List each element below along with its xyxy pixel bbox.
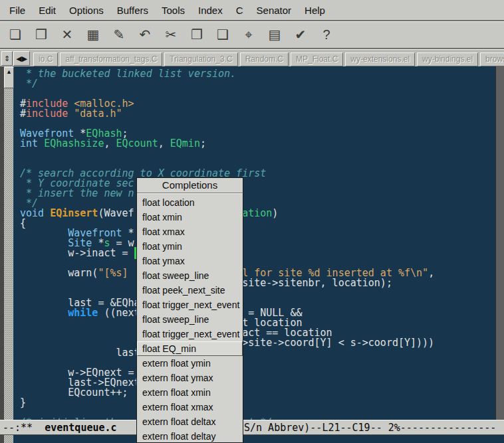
scrollbar-track-bottom — [4, 435, 13, 443]
vertical-scrollbar[interactable]: ▲ — [4, 66, 13, 420]
completion-item[interactable]: float EQ_min — [137, 341, 243, 356]
code-buffer[interactable]: * the bucketed linked list version. */ #… — [13, 69, 496, 420]
buffer-tab-bar: ⇕ ◀▶ io.Caff_transformation_tags.CTriang… — [0, 49, 504, 66]
menu-buffers[interactable]: Buffers — [110, 5, 155, 16]
completion-item[interactable]: float sweep_line — [137, 268, 243, 283]
menu-c[interactable]: C — [229, 5, 250, 16]
code-segment: include — [26, 108, 68, 120]
spell-check-icon[interactable]: ✔ — [292, 26, 309, 43]
open-folder-icon[interactable]: ❒ — [33, 26, 50, 43]
completion-item[interactable]: extern float ymax — [137, 371, 243, 385]
completions-popup: Completions float locationfloat xminfloa… — [136, 177, 243, 443]
search-icon[interactable]: ⌖ — [240, 26, 257, 43]
completion-item[interactable]: float trigger_next_event — [137, 327, 243, 341]
print-icon[interactable]: ▤ — [266, 26, 283, 43]
code-segment: , — [158, 137, 170, 149]
tab-scroll-vertical-button[interactable]: ⇕ — [1, 51, 13, 66]
completions-list: float locationfloat xminfloat xmaxfloat … — [137, 195, 243, 443]
code-line — [20, 149, 496, 159]
menu-help[interactable]: Help — [298, 5, 332, 16]
right-frame-border — [495, 66, 504, 420]
code-segment — [44, 207, 50, 219]
modeline-buffer-name: eventqueue.c — [45, 422, 116, 434]
tab-scroll-horizontal-button[interactable]: ◀▶ — [13, 51, 30, 66]
completion-item[interactable]: extern float xmax — [137, 400, 243, 414]
menu-index[interactable]: Index — [191, 5, 229, 16]
code-line: site->sitenbr, location); — [20, 278, 496, 288]
tab-browse-kill-ring-el[interactable]: browse-kill-ring.el — [480, 52, 504, 66]
code-segment: (Wavef — [98, 207, 134, 219]
menu-edit[interactable]: Edit — [32, 5, 63, 16]
save-as-icon[interactable]: ✎ — [110, 26, 128, 43]
completion-item[interactable]: float xmax — [137, 224, 243, 239]
code-line: w->inact = — [20, 248, 496, 258]
editor-area[interactable]: ▲ * the bucketed linked list version. */… — [0, 66, 504, 420]
code-segment: EQcount — [116, 137, 158, 149]
code-segment: EQcount++; — [20, 387, 128, 399]
completion-item[interactable]: float ymin — [137, 239, 243, 254]
code-segment: ation — [242, 207, 272, 219]
completion-item[interactable]: extern float xmin — [137, 385, 243, 400]
completion-item[interactable]: extern float deltay — [137, 429, 243, 443]
completion-item[interactable]: float peek_next_site — [137, 283, 243, 298]
code-segment: "data.h" — [74, 108, 122, 120]
code-segment: EQhashsize — [44, 137, 104, 149]
cut-icon[interactable]: ✂ — [162, 26, 180, 43]
menu-senator[interactable]: Senator — [250, 5, 299, 16]
tab-aff-transformation-tags-c[interactable]: aff_transformation_tags.C — [60, 52, 162, 66]
menu-bar: FileEditOptionsBuffersToolsIndexCSenator… — [0, 0, 504, 21]
completions-popup-title: Completions — [137, 178, 243, 193]
paste-icon[interactable]: ❑ — [214, 26, 231, 43]
scrollbar-thumb[interactable]: ▲ — [4, 67, 14, 88]
code-line: * insert the new n — [20, 189, 496, 199]
delete-icon[interactable]: ✕ — [59, 26, 76, 43]
code-segment: EQmin — [170, 137, 200, 149]
modeline-left: --:** eventqueue.c — [3, 422, 117, 434]
save-icon[interactable]: ▦ — [84, 26, 102, 43]
code-segment: , — [428, 267, 434, 279]
minibuffer[interactable] — [0, 435, 504, 443]
code-segment — [68, 108, 74, 120]
completion-item[interactable]: float trigger_next_event — [137, 298, 243, 312]
menu-options[interactable]: Options — [63, 5, 110, 16]
modeline: --:** eventqueue.c S/n Abbrev)--L21--C19… — [0, 420, 504, 435]
completion-item[interactable]: float xmin — [137, 210, 243, 224]
code-line: EQcount++; — [20, 388, 496, 398]
code-segment: w->inact = — [20, 247, 134, 259]
menu-file[interactable]: File — [3, 5, 32, 16]
undo-icon[interactable]: ↶ — [136, 26, 154, 43]
code-segment — [38, 137, 44, 149]
toolbar: ❏❒✕▦✎↶✂❐❑⌖▤✔? — [0, 21, 504, 49]
tab-random-c[interactable]: Random.C — [240, 52, 289, 66]
copy-icon[interactable]: ❐ — [188, 26, 205, 43]
help-icon[interactable]: ? — [318, 26, 335, 43]
completion-item[interactable]: extern float ymin — [137, 356, 243, 371]
code-segment: site->sitenbr, location); — [242, 277, 392, 289]
tab-triangulation-3-c[interactable]: Triangulation_3.C — [164, 52, 237, 66]
code-line: last — [20, 348, 496, 358]
tab-wy-bindings-el[interactable]: wy-bindings.el — [417, 52, 478, 66]
completion-item[interactable]: float ymax — [137, 254, 243, 268]
code-line: * the bucketed linked list version. — [20, 69, 496, 79]
code-segment: ) — [272, 207, 278, 219]
new-file-icon[interactable]: ❏ — [7, 26, 24, 43]
code-line: */ — [20, 79, 496, 89]
code-segment: , — [104, 137, 116, 149]
completion-item[interactable]: float location — [137, 195, 243, 210]
code-segment: >site->coord[Y] < s->coord[Y]))) — [242, 337, 434, 349]
completion-item[interactable]: extern float deltax — [137, 414, 243, 429]
code-segment: EQinsert — [50, 207, 98, 219]
xemacs-window: FileEditOptionsBuffersToolsIndexCSenator… — [0, 0, 504, 443]
menu-tools[interactable]: Tools — [155, 5, 191, 16]
code-line: } — [20, 398, 496, 408]
code-line: void EQinsert(Wavef ation) — [20, 209, 496, 219]
code-line: #include "data.h" — [20, 109, 496, 119]
tab-mp-float-c[interactable]: MP_Float.C — [291, 52, 343, 66]
completion-item[interactable]: float sweep_line — [137, 312, 243, 327]
tab-io-c[interactable]: io.C — [33, 52, 58, 66]
code-segment: last — [20, 347, 140, 359]
modeline-flags: --:** — [3, 422, 45, 434]
code-line: int EQhashsize, EQcount, EQmin; — [20, 139, 496, 149]
tab-wy-extensions-el[interactable]: wy-extensions.el — [345, 52, 415, 66]
code-segment: * the bucketed linked list version. — [20, 68, 236, 80]
